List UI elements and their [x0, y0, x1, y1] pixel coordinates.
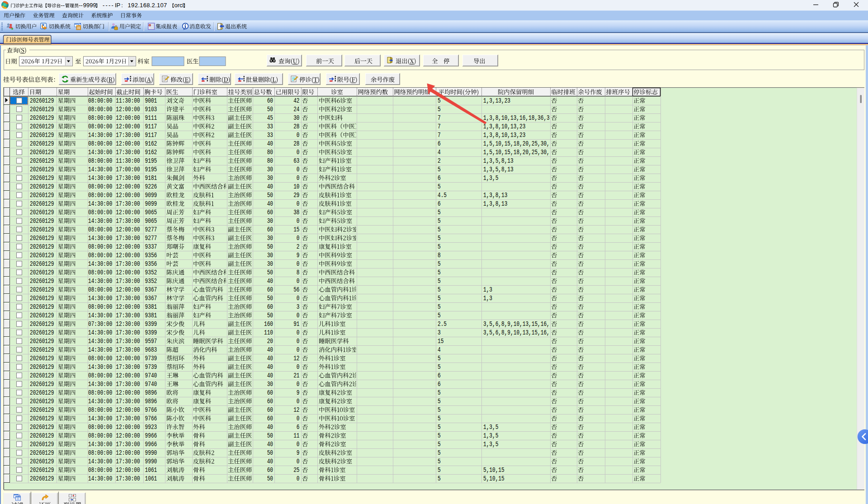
- svg-text:7: 7: [438, 114, 441, 122]
- svg-text:12:00:00: 12:00:00: [116, 449, 140, 457]
- svg-text:20260129: 20260129: [30, 252, 54, 259]
- svg-text:3,5,6,8,9,10,13,15,16,18: 3,5,6,8,9,10,13,15,16,18: [483, 329, 556, 336]
- svg-text:08:00:00: 08:00:00: [88, 243, 112, 250]
- svg-text:14:30:00: 14:30:00: [88, 441, 112, 448]
- svg-text:17:30:00: 17:30:00: [116, 260, 140, 268]
- svg-text:28: 28: [293, 140, 299, 147]
- svg-text:9381: 9381: [145, 312, 157, 319]
- svg-text:9099: 9099: [145, 192, 157, 199]
- svg-text:9367: 9367: [145, 295, 157, 302]
- svg-text:30: 30: [267, 217, 273, 225]
- svg-text:12:00:00: 12:00:00: [116, 424, 140, 431]
- svg-text:30: 30: [267, 381, 273, 388]
- svg-text:7: 7: [438, 123, 441, 130]
- svg-text:orcl: orcl: [175, 2, 184, 9]
- svg-text:12:00:00: 12:00:00: [116, 432, 140, 439]
- svg-text:0: 0: [297, 200, 300, 207]
- svg-text:9990: 9990: [145, 458, 157, 465]
- svg-text:12:00:00: 12:00:00: [116, 303, 140, 311]
- svg-text:08:00:00: 08:00:00: [88, 106, 112, 113]
- svg-text:12:00:00: 12:00:00: [116, 389, 140, 396]
- svg-text:20260129: 20260129: [30, 338, 54, 345]
- svg-text:60: 60: [267, 398, 273, 405]
- svg-text:38: 38: [293, 209, 299, 216]
- svg-text:24: 24: [293, 106, 299, 113]
- svg-text:80: 80: [267, 157, 273, 165]
- svg-text:5: 5: [438, 398, 441, 405]
- svg-text:60: 60: [267, 97, 273, 104]
- svg-text:20260129: 20260129: [30, 475, 54, 482]
- svg-text:30: 30: [267, 260, 273, 268]
- svg-text:20260129: 20260129: [30, 114, 54, 122]
- svg-text:9001: 9001: [145, 97, 157, 104]
- svg-text:12:00:00: 12:00:00: [116, 269, 140, 276]
- svg-text:17:30:00: 17:30:00: [116, 235, 140, 242]
- svg-text:14:30:00: 14:30:00: [88, 458, 112, 465]
- svg-text:11:30:00: 11:30:00: [116, 97, 140, 104]
- svg-text:40: 40: [267, 346, 273, 353]
- svg-text:9739: 9739: [145, 363, 157, 371]
- svg-text:1,3,8,13: 1,3,8,13: [483, 200, 507, 207]
- svg-text:14:30:00: 14:30:00: [88, 235, 112, 242]
- svg-text:33: 33: [267, 123, 273, 130]
- svg-text:9352: 9352: [145, 278, 157, 285]
- svg-text:160: 160: [264, 320, 273, 328]
- svg-text:14:30:00: 14:30:00: [88, 338, 112, 345]
- svg-text:60: 60: [267, 406, 273, 414]
- svg-text:08:00:00: 08:00:00: [88, 183, 112, 190]
- svg-text:9352: 9352: [145, 269, 157, 276]
- svg-text:110: 110: [264, 329, 273, 336]
- svg-text:5: 5: [438, 166, 441, 173]
- svg-text:15: 15: [293, 226, 299, 233]
- svg-text:60: 60: [267, 303, 273, 311]
- svg-text:20260129: 20260129: [30, 312, 54, 319]
- svg-text:192.168.2.107: 192.168.2.107: [128, 2, 167, 9]
- svg-text:9597: 9597: [145, 338, 157, 345]
- svg-text:9103: 9103: [145, 106, 157, 113]
- svg-text:12:00:00: 12:00:00: [116, 252, 140, 259]
- svg-text:20260129: 20260129: [30, 132, 54, 139]
- svg-text:9117: 9117: [145, 132, 157, 139]
- svg-text:20260129: 20260129: [30, 269, 54, 276]
- svg-text:1,3: 1,3: [483, 286, 492, 293]
- svg-text:20260129: 20260129: [30, 346, 54, 353]
- svg-text:30: 30: [267, 235, 273, 242]
- svg-text:0: 0: [297, 295, 300, 302]
- svg-text:20260129: 20260129: [30, 200, 54, 207]
- svg-text:40: 40: [267, 355, 273, 362]
- svg-text:17:30:00: 17:30:00: [116, 278, 140, 285]
- svg-text:0: 0: [297, 329, 300, 336]
- svg-text:2.5: 2.5: [438, 320, 447, 328]
- svg-text:6: 6: [438, 174, 441, 182]
- svg-text:5: 5: [438, 217, 441, 225]
- svg-text:0: 0: [297, 398, 300, 405]
- svg-text:--: --: [61, 2, 65, 9]
- svg-text:1,3,8,10,13,16,18,36,38: 1,3,8,10,13,16,18,36,38: [483, 114, 552, 122]
- svg-text:20260129: 20260129: [30, 441, 54, 448]
- svg-text:20260129: 20260129: [30, 157, 54, 165]
- svg-text:9999: 9999: [83, 2, 96, 9]
- svg-text:0: 0: [297, 338, 300, 345]
- svg-text:5: 5: [438, 466, 441, 474]
- svg-text:5: 5: [438, 295, 441, 302]
- svg-text:20260129: 20260129: [30, 381, 54, 388]
- svg-text:20260129: 20260129: [30, 192, 54, 199]
- svg-text:5: 5: [438, 97, 441, 104]
- svg-text:5: 5: [438, 389, 441, 396]
- svg-text:20260129: 20260129: [30, 303, 54, 311]
- svg-text:28: 28: [293, 123, 299, 130]
- svg-text:30: 30: [267, 174, 273, 182]
- svg-text:5: 5: [438, 106, 441, 113]
- svg-text:20260129: 20260129: [30, 406, 54, 414]
- svg-text:08:00:00: 08:00:00: [88, 252, 112, 259]
- svg-text:5: 5: [438, 475, 441, 482]
- svg-text:9683: 9683: [145, 346, 157, 353]
- svg-text:40: 40: [267, 200, 273, 207]
- svg-text:5: 5: [438, 260, 441, 268]
- svg-text:5: 5: [438, 183, 441, 190]
- svg-text:20260129: 20260129: [30, 449, 54, 457]
- svg-text:30: 30: [267, 166, 273, 173]
- svg-text:1061: 1061: [145, 475, 157, 482]
- svg-text:12:00:00: 12:00:00: [116, 192, 140, 199]
- svg-text:8: 8: [297, 269, 300, 276]
